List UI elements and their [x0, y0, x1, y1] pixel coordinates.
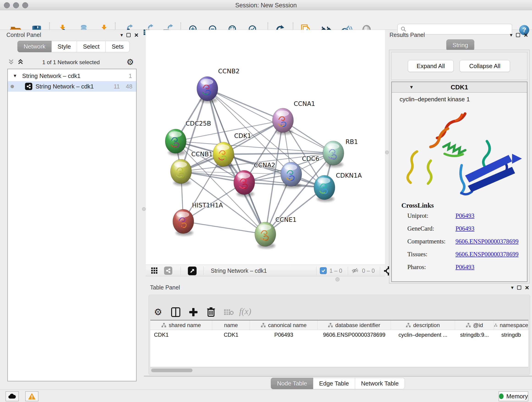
- tab-edge-table[interactable]: Edge Table: [313, 378, 355, 389]
- protein-card-header[interactable]: ▼ CDK1: [392, 82, 527, 93]
- panel-menu-icon[interactable]: ▾: [510, 32, 512, 38]
- warning-status-button[interactable]: [25, 391, 38, 401]
- tab-node-table[interactable]: Node Table: [271, 378, 313, 389]
- network-edge[interactable]: [183, 221, 265, 234]
- table-function-builder-icon[interactable]: f(x): [239, 306, 251, 316]
- node-table: shared namenamecanonical namedatabase id…: [150, 320, 528, 367]
- table-row[interactable]: CDK1CDK1P064939606.ENSP00000378699cyclin…: [150, 330, 528, 340]
- table-hscrollbar-thumb[interactable]: [151, 369, 192, 372]
- network-tree: ▼ String Network – cdk1 1 String Network…: [7, 69, 137, 381]
- crosslink-pharos-link[interactable]: P06493: [456, 264, 475, 271]
- table-cell[interactable]: stringdb:9...: [455, 330, 494, 340]
- panel-close-icon[interactable]: ×: [134, 33, 138, 37]
- network-canvas[interactable]: CCNB2 CCNA1 CDC25B CDK1 CDC6: [146, 30, 385, 265]
- table-cell[interactable]: stringdb: [494, 330, 528, 340]
- node-label: CCNE1: [275, 216, 297, 223]
- network-tree-root-row[interactable]: ▼ String Network – cdk1 1: [8, 70, 136, 81]
- table-add-column-icon[interactable]: [188, 307, 198, 317]
- table-cell[interactable]: 9606.ENSP00000378699: [317, 330, 391, 340]
- table-header-row: shared namenamecanonical namedatabase id…: [150, 320, 528, 330]
- panel-menu-icon[interactable]: ▾: [120, 32, 123, 38]
- horizontal-splitter-grip[interactable]: [336, 277, 340, 281]
- memory-label: Memory: [506, 393, 528, 400]
- panel-close-icon[interactable]: ×: [524, 33, 528, 37]
- panel-close-icon[interactable]: ×: [525, 286, 529, 290]
- column-header-canonicalname[interactable]: canonical name: [250, 320, 317, 330]
- network-edge[interactable]: [265, 187, 324, 234]
- network-node-CCNA1[interactable]: CCNA1: [272, 100, 315, 134]
- column-header-sharedname[interactable]: shared name: [150, 320, 212, 330]
- main-toolbar: ?: [0, 10, 532, 30]
- network-tree-row-selected[interactable]: String Network – cdk1 11 48: [8, 81, 136, 92]
- selected-checkbox-icon[interactable]: [320, 267, 327, 274]
- network-node-CCNE1[interactable]: CCNE1: [255, 216, 297, 249]
- network-edge[interactable]: [207, 89, 283, 120]
- node-label: CDKN1A: [336, 172, 362, 179]
- crosslink-label: Tissues:: [407, 251, 428, 258]
- network-node-CCNA2[interactable]: CCNA2: [234, 162, 275, 197]
- birdseye-share-icon[interactable]: [164, 267, 172, 275]
- tab-network[interactable]: Network: [17, 41, 51, 52]
- tab-string[interactable]: String: [446, 39, 474, 51]
- crosslink-tissues-link[interactable]: 9606.ENSP00000378699: [456, 251, 519, 258]
- memory-button[interactable]: Memory: [499, 391, 528, 401]
- crosslink-uniprot-link[interactable]: P06493: [456, 212, 475, 219]
- footer-separator: [181, 266, 181, 275]
- panel-float-icon[interactable]: [516, 33, 520, 37]
- memory-status-dot: [499, 394, 504, 399]
- expand-all-icon[interactable]: [17, 58, 24, 66]
- tab-network-table[interactable]: Network Table: [355, 378, 405, 389]
- table-cell[interactable]: CDK1: [212, 330, 250, 340]
- tree-collapse-controls: [8, 58, 24, 66]
- selected-node-edge-counts: 1 – 0: [329, 268, 342, 274]
- node-label: CDC6: [302, 155, 319, 162]
- panel-menu-icon[interactable]: ▾: [511, 285, 513, 291]
- open-in-window-icon[interactable]: [188, 267, 196, 275]
- crosslink-label: Compartments:: [407, 238, 445, 245]
- table-cell[interactable]: P06493: [250, 330, 317, 340]
- column-header-namespace[interactable]: namespace: [494, 320, 528, 330]
- protein-description: cyclin–dependent kinase 1: [399, 96, 470, 103]
- tree-expand-arrow-icon[interactable]: ▼: [13, 73, 17, 78]
- panel-float-icon[interactable]: [127, 33, 131, 37]
- column-header-databaseidentifier[interactable]: database identifier: [317, 320, 391, 330]
- network-node-RB1[interactable]: RB1: [323, 138, 358, 167]
- crosslink-compartments-link[interactable]: 9606.ENSP00000378699: [456, 238, 519, 245]
- table-delete-table-icon[interactable]: [224, 308, 234, 316]
- left-splitter-grip[interactable]: [142, 207, 146, 211]
- column-header-name[interactable]: name: [212, 320, 250, 330]
- hidden-eye-slash-icon[interactable]: [351, 267, 359, 274]
- tab-style[interactable]: Style: [51, 41, 77, 52]
- node-label: CCNA2: [254, 162, 275, 169]
- network-node-HIST1H1A[interactable]: HIST1H1A: [173, 202, 223, 236]
- collection-count: 1: [129, 72, 132, 80]
- footer-network-name: String Network – cdk1: [211, 268, 267, 274]
- table-delete-column-icon[interactable]: [206, 307, 216, 317]
- cloud-status-button[interactable]: [6, 391, 19, 401]
- table-columns-icon[interactable]: [171, 307, 181, 317]
- panel-float-icon[interactable]: [517, 286, 521, 290]
- current-network-bullet-icon: [11, 85, 14, 88]
- footer-separator: [203, 266, 204, 275]
- table-cell[interactable]: CDK1: [150, 330, 212, 340]
- column-header-id[interactable]: @id: [455, 320, 494, 330]
- crosslink-genecard-link[interactable]: P06493: [456, 225, 475, 232]
- table-cell[interactable]: cyclin–dependent ...: [391, 330, 455, 340]
- tab-select[interactable]: Select: [77, 41, 106, 52]
- table-panel-header: Table Panel ▾ ×: [150, 284, 530, 291]
- grid-view-icon[interactable]: [151, 267, 158, 274]
- tab-sets[interactable]: Sets: [106, 41, 130, 52]
- collapse-all-button[interactable]: Collapse All: [460, 60, 510, 72]
- expand-all-button[interactable]: Expand All: [408, 60, 454, 72]
- gear-icon[interactable]: ⚙: [127, 57, 134, 67]
- control-panel-header: Control Panel ▾ ×: [6, 32, 138, 38]
- results-panel-header: Results Panel ▾ ×: [389, 32, 530, 38]
- network-collection-label: String Network – cdk1: [22, 72, 80, 80]
- column-header-description[interactable]: description: [391, 320, 455, 330]
- edge-count: 48: [126, 83, 133, 90]
- search-input[interactable]: [406, 26, 507, 32]
- right-splitter-grip[interactable]: [385, 151, 389, 154]
- collapse-all-icon[interactable]: [8, 58, 14, 66]
- network-node-CDKN1A[interactable]: CDKN1A: [314, 172, 362, 202]
- table-gear-icon[interactable]: ⚙: [154, 307, 162, 317]
